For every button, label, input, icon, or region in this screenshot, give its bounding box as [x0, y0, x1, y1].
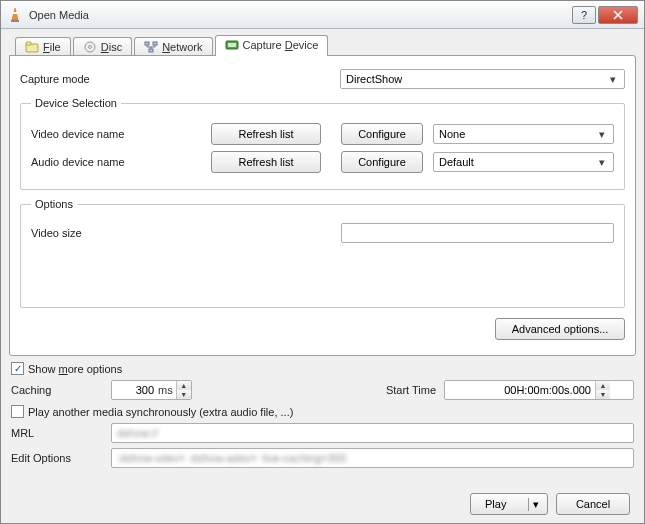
video-size-input[interactable]: [341, 223, 614, 243]
caching-label: Caching: [11, 384, 111, 396]
tab-disc[interactable]: Disc: [73, 37, 132, 56]
start-time-spinbox[interactable]: ▲▼: [444, 380, 634, 400]
edit-options-value: :dshow-vdev= :dshow-adev= :live-caching=…: [117, 452, 346, 464]
chevron-down-icon: ▾: [607, 73, 619, 86]
file-icon: [25, 41, 39, 53]
audio-device-select[interactable]: Default ▾: [433, 152, 614, 172]
edit-options-label: Edit Options: [11, 452, 111, 464]
video-device-label: Video device name: [31, 128, 211, 140]
caching-value[interactable]: [112, 381, 158, 399]
content-area: File Disc Network Capture Device Capture…: [1, 29, 644, 523]
spin-arrows[interactable]: ▲▼: [176, 381, 191, 399]
caching-unit: ms: [158, 381, 176, 399]
chevron-down-icon: ▾: [596, 156, 608, 169]
help-button[interactable]: ?: [572, 6, 596, 24]
svg-rect-9: [145, 42, 149, 45]
capture-pane: Capture mode DirectShow ▾ Device Selecti…: [9, 55, 636, 356]
start-time-label: Start Time: [386, 384, 436, 396]
tab-capture-device[interactable]: Capture Device: [215, 35, 329, 56]
show-more-checkbox[interactable]: ✓: [11, 362, 24, 375]
more-options-area: ✓ Show more options Caching ms ▲▼ Start …: [9, 362, 636, 468]
svg-rect-10: [153, 42, 157, 45]
svg-rect-1: [13, 12, 18, 14]
sync-label: Play another media synchronously (extra …: [28, 406, 293, 418]
video-device-value: None: [439, 128, 465, 140]
audio-refresh-button[interactable]: Refresh list: [211, 151, 321, 173]
tab-file[interactable]: File: [15, 37, 71, 56]
video-refresh-button[interactable]: Refresh list: [211, 123, 321, 145]
show-more-label: Show more options: [28, 363, 122, 375]
start-time-value[interactable]: [445, 381, 595, 399]
dialog-footer: Play ▾ Cancel: [470, 493, 630, 515]
audio-configure-button[interactable]: Configure: [341, 151, 423, 173]
chevron-down-icon: ▾: [596, 128, 608, 141]
tab-bar: File Disc Network Capture Device: [9, 35, 636, 56]
capture-mode-select[interactable]: DirectShow ▾: [340, 69, 625, 89]
caching-spinbox[interactable]: ms ▲▼: [111, 380, 192, 400]
vlc-icon: [7, 7, 23, 23]
disc-icon: [83, 41, 97, 53]
play-dropdown-icon[interactable]: ▾: [528, 498, 543, 511]
audio-device-value: Default: [439, 156, 474, 168]
mrl-label: MRL: [11, 427, 111, 439]
options-group: Options Video size: [20, 198, 625, 308]
play-button[interactable]: Play ▾: [470, 493, 548, 515]
svg-rect-6: [26, 42, 31, 45]
video-device-select[interactable]: None ▾: [433, 124, 614, 144]
svg-point-8: [88, 46, 91, 49]
svg-rect-13: [228, 43, 236, 47]
svg-rect-11: [149, 49, 153, 52]
capture-mode-value: DirectShow: [346, 73, 402, 85]
svg-rect-2: [11, 20, 19, 22]
video-size-label: Video size: [31, 227, 341, 239]
open-media-window: Open Media ? File Disc Network Capture D…: [0, 0, 645, 524]
capture-device-icon: [225, 39, 239, 51]
titlebar: Open Media ?: [1, 1, 644, 29]
mrl-input[interactable]: dshow://: [111, 423, 634, 443]
audio-device-label: Audio device name: [31, 156, 211, 168]
device-selection-group: Device Selection Video device name Refre…: [20, 97, 625, 190]
video-configure-button[interactable]: Configure: [341, 123, 423, 145]
edit-options-input[interactable]: :dshow-vdev= :dshow-adev= :live-caching=…: [111, 448, 634, 468]
cancel-button[interactable]: Cancel: [556, 493, 630, 515]
options-legend: Options: [31, 198, 77, 210]
sync-checkbox[interactable]: [11, 405, 24, 418]
tab-network[interactable]: Network: [134, 37, 212, 56]
spin-arrows[interactable]: ▲▼: [595, 381, 610, 399]
device-selection-legend: Device Selection: [31, 97, 121, 109]
close-button[interactable]: [598, 6, 638, 24]
network-icon: [144, 41, 158, 53]
advanced-options-button[interactable]: Advanced options...: [495, 318, 625, 340]
capture-mode-label: Capture mode: [20, 73, 340, 85]
window-title: Open Media: [29, 9, 570, 21]
mrl-value: dshow://: [117, 427, 158, 439]
